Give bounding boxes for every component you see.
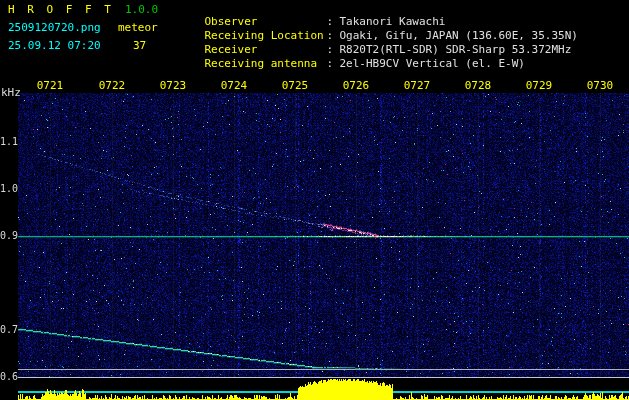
info-colon: : bbox=[327, 58, 340, 70]
info-label: Receiving antenna bbox=[205, 58, 327, 70]
freq-tick-0-9: 0.9 bbox=[0, 230, 18, 242]
time-tick-0728: 0728 bbox=[464, 80, 492, 92]
mode-label: meteor bbox=[118, 22, 158, 34]
time-tick-0725: 0725 bbox=[281, 80, 309, 92]
time-tick-0721: 0721 bbox=[36, 80, 64, 92]
echo-count: 37 bbox=[133, 40, 146, 52]
time-tick-0730: 0730 bbox=[586, 80, 614, 92]
freq-tick-1-0: 1.0 bbox=[0, 183, 18, 195]
filename: 2509120720.png bbox=[8, 22, 101, 34]
hrofft-screenshot: H R O F F T 1.0.0 2509120720.png meteor … bbox=[0, 0, 629, 400]
freq-tick-0-6: 0.6 bbox=[0, 371, 18, 383]
app-title: H R O F F T bbox=[8, 4, 114, 16]
time-tick-0723: 0723 bbox=[159, 80, 187, 92]
time-tick-0724: 0724 bbox=[220, 80, 248, 92]
freq-tick-1-1: 1.1 bbox=[0, 136, 18, 148]
info-row-antenna: Receiving antenna:2el-HB9CV Vertical (el… bbox=[178, 46, 525, 82]
time-tick-0722: 0722 bbox=[98, 80, 126, 92]
app-version: 1.0.0 bbox=[125, 4, 158, 16]
time-tick-0726: 0726 bbox=[342, 80, 370, 92]
freq-axis-unit: kHz bbox=[1, 87, 21, 99]
time-tick-0727: 0727 bbox=[403, 80, 431, 92]
time-tick-0729: 0729 bbox=[525, 80, 553, 92]
datetime: 25.09.12 07:20 bbox=[8, 40, 101, 52]
info-value: 2el-HB9CV Vertical (el. E-W) bbox=[340, 57, 525, 70]
freq-tick-0-7: 0.7 bbox=[0, 324, 18, 336]
